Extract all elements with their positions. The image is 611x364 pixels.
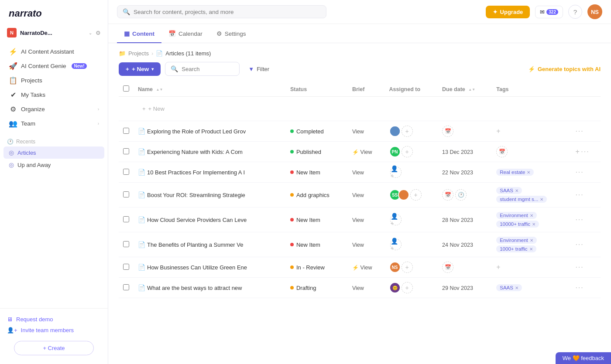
tab-settings[interactable]: ⚙ Settings xyxy=(209,24,253,43)
row-checkbox[interactable] xyxy=(123,241,129,247)
row-checkbox[interactable] xyxy=(123,169,129,175)
sort-icon[interactable]: ▲▼ xyxy=(468,88,475,92)
tag[interactable]: Environment ✕ xyxy=(496,237,537,244)
sidebar-item-ai-genie[interactable]: 🚀 AI Content Genie New! xyxy=(3,59,104,73)
tag[interactable]: Real estate ✕ xyxy=(496,169,534,176)
remove-tag-icon[interactable]: ✕ xyxy=(529,247,533,252)
add-assignee-button[interactable]: 👤+ xyxy=(390,214,402,225)
add-new-row-button[interactable]: + + New xyxy=(138,101,596,116)
avatar: PN xyxy=(389,146,401,157)
remove-tag-icon[interactable]: ✕ xyxy=(530,213,533,218)
feedback-badge[interactable]: We 🧡 feedback xyxy=(556,352,611,364)
article-title-text[interactable]: Experiencing Nature with Kids: A Com xyxy=(147,149,243,155)
create-button[interactable]: + Create xyxy=(14,341,94,355)
row-checkbox[interactable] xyxy=(123,284,129,290)
select-all-checkbox[interactable] xyxy=(123,85,129,92)
remove-tag-icon[interactable]: ✕ xyxy=(515,188,518,193)
generate-topics-button[interactable]: ⚡ Generate topics with AI xyxy=(528,66,601,72)
view-link[interactable]: View xyxy=(352,170,364,176)
notification-badge: 322 xyxy=(546,9,558,15)
add-tag-button[interactable]: + xyxy=(575,148,579,155)
request-demo-link[interactable]: 🖥 Request demo xyxy=(7,314,101,325)
upgrade-button[interactable]: ✦ Upgrade xyxy=(486,6,530,18)
add-assignee-button[interactable]: + xyxy=(402,146,413,157)
row-menu-button[interactable]: ··· xyxy=(575,284,584,291)
row-checkbox[interactable] xyxy=(123,191,129,197)
user-avatar[interactable]: NS xyxy=(587,4,602,19)
remove-tag-icon[interactable]: ✕ xyxy=(532,222,535,227)
row-menu-button[interactable]: ··· xyxy=(575,216,584,223)
tab-calendar[interactable]: 📅 Calendar xyxy=(161,24,209,43)
row-menu-button[interactable]: ··· xyxy=(575,241,584,248)
article-title-text[interactable]: What are the best ways to attract new xyxy=(147,285,242,291)
help-button[interactable]: ? xyxy=(568,5,582,19)
breadcrumb-root[interactable]: Projects xyxy=(128,50,149,57)
tag[interactable]: 1000+ traffic ✕ xyxy=(496,245,536,252)
invite-team-link[interactable]: 👤+ Invite team members xyxy=(7,325,101,336)
sidebar-item-up-and-away[interactable]: ◎ Up and Away xyxy=(3,159,104,171)
content-search-box[interactable]: 🔍 xyxy=(165,62,240,76)
article-title-text[interactable]: Exploring the Role of Product Led Grov xyxy=(147,128,246,135)
row-checkbox[interactable] xyxy=(123,216,129,222)
view-link[interactable]: View xyxy=(352,217,364,223)
sidebar-item-articles[interactable]: ◎ Articles xyxy=(3,146,104,159)
add-assignee-button[interactable]: 👤+ xyxy=(390,239,402,250)
row-checkbox[interactable] xyxy=(123,148,129,154)
remove-tag-icon[interactable]: ✕ xyxy=(515,286,518,290)
row-checkbox[interactable] xyxy=(123,128,129,134)
row-checkbox[interactable] xyxy=(123,264,129,270)
global-search-box[interactable]: 🔍 xyxy=(117,5,326,18)
notifications-button[interactable]: ✉ 322 xyxy=(535,6,563,18)
add-assignee-button[interactable]: + xyxy=(402,262,413,273)
article-title-text[interactable]: How Cloud Service Providers Can Leve xyxy=(147,217,247,223)
filter-button[interactable]: ▼ Filter xyxy=(244,63,274,75)
sort-icon[interactable]: ▲▼ xyxy=(156,88,163,92)
content-area: 📁 Projects › 📄 Articles (11 items) + + N… xyxy=(108,43,611,364)
tags-cell: Environment ✕ 10000+ traffic ✕ xyxy=(492,208,571,232)
sidebar-item-label: Team xyxy=(21,120,35,127)
sidebar-item-ai-assistant[interactable]: ⚡ AI Content Assistant xyxy=(3,44,104,59)
add-assignee-button[interactable]: 👤+ xyxy=(390,167,402,178)
new-button[interactable]: + + New ▾ xyxy=(119,62,161,76)
row-menu-button[interactable]: ··· xyxy=(575,127,584,135)
view-link[interactable]: View xyxy=(352,129,364,135)
add-tag-button[interactable]: + xyxy=(496,127,500,135)
content-search-input[interactable] xyxy=(182,66,234,72)
remove-tag-icon[interactable]: ✕ xyxy=(530,238,533,243)
add-tag-button[interactable]: + xyxy=(496,263,500,271)
view-link[interactable]: View xyxy=(352,285,364,291)
remove-tag-icon[interactable]: ✕ xyxy=(527,170,530,175)
sidebar-item-my-tasks[interactable]: ✔ My Tasks xyxy=(3,88,104,102)
gear-icon[interactable]: ⚙ xyxy=(96,30,101,36)
article-title-text[interactable]: The Benefits of Planting a Summer Ve xyxy=(147,242,243,248)
sidebar-item-organize[interactable]: ⚙ Organize › xyxy=(3,102,104,116)
remove-tag-icon[interactable]: ✕ xyxy=(540,197,543,202)
lightning-icon: ⚡ xyxy=(528,66,535,72)
article-title-text[interactable]: 10 Best Practices For Implementing A I xyxy=(147,169,245,176)
row-menu-button[interactable]: ··· xyxy=(575,168,584,176)
global-search-input[interactable] xyxy=(134,9,321,15)
sidebar-item-team[interactable]: 👥 Team › xyxy=(3,116,104,131)
article-title-text[interactable]: How Businesses Can Utilize Green Ene xyxy=(147,264,247,271)
tag[interactable]: Environment ✕ xyxy=(496,212,537,219)
tag[interactable]: 10000+ traffic ✕ xyxy=(496,221,539,228)
tab-content[interactable]: ▦ Content xyxy=(117,24,161,43)
add-assignee-button[interactable]: + xyxy=(410,189,422,201)
view-link[interactable]: View xyxy=(360,265,372,271)
tag[interactable]: student mgmt s... ✕ xyxy=(496,196,547,203)
header-brief: Brief xyxy=(348,82,385,97)
sidebar-item-projects[interactable]: 📋 Projects xyxy=(3,73,104,88)
view-link[interactable]: View xyxy=(352,242,364,248)
tag[interactable]: SAAS ✕ xyxy=(496,187,522,194)
view-link[interactable]: View xyxy=(360,149,372,155)
add-assignee-button[interactable]: + xyxy=(402,126,413,137)
tag[interactable]: SAAS ✕ xyxy=(496,284,522,291)
row-menu-button[interactable]: ··· xyxy=(575,191,584,198)
article-title-text[interactable]: Boost Your ROI: Streamlining Strategie xyxy=(147,192,245,198)
row-menu-button[interactable]: ··· xyxy=(575,263,584,271)
view-link[interactable]: View xyxy=(352,192,364,198)
add-assignee-button[interactable]: + xyxy=(402,282,413,293)
workspace-selector[interactable]: N NarratoDe... ⌄ ⚙ xyxy=(0,24,108,41)
status-cell: New Item xyxy=(286,162,348,183)
row-menu-button[interactable]: ··· xyxy=(581,148,589,155)
